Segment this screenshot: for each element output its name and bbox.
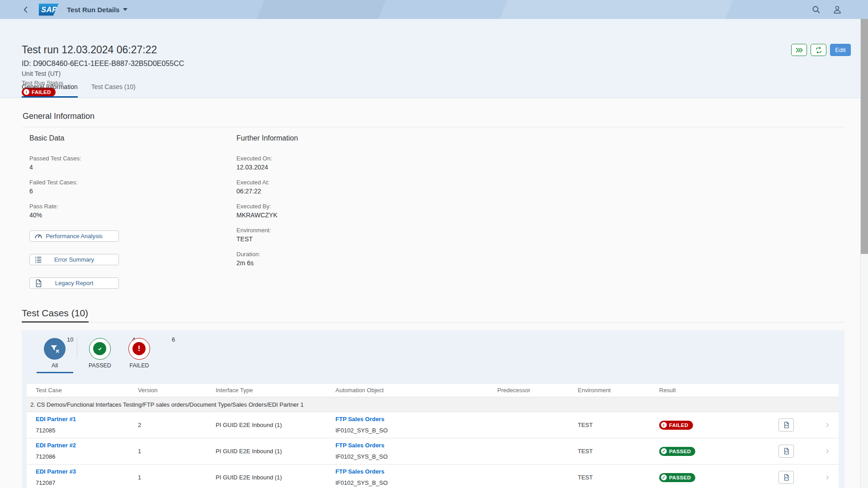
search-button[interactable] <box>810 4 821 15</box>
column-interface-type: Interface Type <box>216 384 335 397</box>
general-information-heading: General Information <box>23 112 94 121</box>
legacy-report-row-button[interactable] <box>778 418 794 432</box>
selected-filter-underline <box>37 372 73 373</box>
section-divider <box>23 127 844 127</box>
row-chevron-right-icon[interactable] <box>824 465 839 488</box>
test-run-id: ID: D90C8460-6EC1-1EEE-B887-32B5D0E055CC <box>22 60 184 68</box>
result-badge-icon: ✓ <box>661 474 667 480</box>
automation-object-link[interactable]: FTP Sales Orders <box>335 442 497 449</box>
environment-cell: TEST <box>578 465 659 488</box>
header-actions: Edit <box>791 44 851 56</box>
automation-object-link[interactable]: FTP Sales Orders <box>335 416 497 422</box>
error-summary-button[interactable]: Error Summary <box>29 254 119 265</box>
shell-bar: SAP Test Run Details <box>0 0 868 19</box>
row-chevron-right-icon[interactable] <box>824 438 839 464</box>
performance-analysis-button[interactable]: Performance Analysis <box>29 230 119 242</box>
result-badge: ✓ PASSED <box>659 473 695 482</box>
tab-general-information[interactable]: General Information <box>22 83 78 98</box>
test-case-link[interactable]: EDI Partner #3 <box>36 468 138 475</box>
field-executed-by: Executed By: MKRAWCZYK <box>236 202 298 220</box>
report-buttons: Performance Analysis Error Summary Legac… <box>29 230 119 289</box>
basic-data-title: Basic Data <box>29 134 119 142</box>
test-cases-heading: Test Cases (10) <box>22 308 88 319</box>
predecessor-cell <box>497 438 578 464</box>
tab-strip: General Information Test Cases (10) <box>22 83 136 98</box>
environment-cell: TEST <box>578 412 659 438</box>
filter-all-circle <box>44 338 66 360</box>
filter-failed-count: 6 <box>172 336 175 343</box>
version-cell: 1 <box>138 465 216 488</box>
column-version: Version <box>138 384 216 397</box>
interface-type-cell: PI GUID E2E Inbound (1) <box>216 465 335 488</box>
automation-object-id: IF0102_SYS_B_SO <box>335 453 497 460</box>
field-pass-rate: Pass Rate: 40% <box>29 202 119 220</box>
result-badge-icon: ! <box>661 422 667 428</box>
predecessor-cell <box>497 465 578 488</box>
chevron-left-icon <box>22 5 30 14</box>
test-case-id: 712086 <box>36 453 138 460</box>
section-divider <box>22 322 844 323</box>
legacy-report-row-button[interactable] <box>778 471 794 484</box>
page-title: Test run 12.03.2024 06:27:22 <box>22 44 157 56</box>
field-duration: Duration: 2m 6s <box>236 250 298 267</box>
filter-separator <box>77 338 77 358</box>
legacy-report-button[interactable]: Legacy Report <box>29 277 119 289</box>
table-group-header: 2. CS Demos/Functional Interfaces Testin… <box>27 397 839 412</box>
filter-failed-circle: ! <box>128 338 150 360</box>
field-passed-test-cases: Passed Test Cases: 4 <box>29 155 119 172</box>
filter-all-count: 10 <box>67 336 73 343</box>
table-row[interactable]: EDI Partner #3 712087 1 PI GUID E2E Inbo… <box>27 465 839 488</box>
legacy-report-row-button[interactable] <box>778 445 794 458</box>
predecessor-cell <box>497 412 578 438</box>
column-test-case: Test Case <box>36 384 138 397</box>
scrollbar-track[interactable] <box>860 19 868 488</box>
person-icon <box>832 5 842 14</box>
alert-circle-icon: ! <box>132 342 146 355</box>
result-badge-icon: ✓ <box>661 448 667 454</box>
table-row[interactable]: EDI Partner #1 712085 2 PI GUID E2E Inbo… <box>27 412 839 438</box>
test-case-id: 712087 <box>36 479 138 486</box>
test-case-link[interactable]: EDI Partner #2 <box>36 442 138 449</box>
environment-cell: TEST <box>578 438 659 464</box>
edit-button[interactable]: Edit <box>830 44 851 56</box>
icon-tab-bar: 10 All 4 PASSED 6 <box>22 330 844 382</box>
test-case-link[interactable]: EDI Partner #1 <box>36 416 138 422</box>
page-header: Test run 12.03.2024 06:27:22 ID: D90C846… <box>0 19 860 98</box>
row-chevron-right-icon[interactable] <box>824 412 839 438</box>
app-title-menu[interactable]: Test Run Details <box>67 6 127 14</box>
code-document-icon <box>783 447 790 455</box>
tab-test-cases[interactable]: Test Cases (10) <box>91 83 136 98</box>
version-cell: 2 <box>138 412 216 438</box>
gauge-icon <box>34 232 43 241</box>
refresh-button[interactable] <box>811 44 826 56</box>
filter-passed-label: PASSED <box>82 362 118 369</box>
chevron-down-icon <box>123 8 127 11</box>
table-row[interactable]: EDI Partner #2 712086 1 PI GUID E2E Inbo… <box>27 438 839 465</box>
user-menu-button[interactable] <box>831 4 843 15</box>
automation-object-link[interactable]: FTP Sales Orders <box>335 468 497 475</box>
automation-object-id: IF0102_SYS_B_SO <box>335 479 497 486</box>
code-document-icon <box>34 279 43 288</box>
result-badge: ! FAILED <box>659 421 693 430</box>
test-cases-panel: 10 All 4 PASSED 6 <box>22 330 844 488</box>
interface-type-cell: PI GUID E2E Inbound (1) <box>216 438 335 464</box>
table-header-row: Test Case Version Interface Type Automat… <box>27 383 839 397</box>
further-information-group: Further Information Executed On: 12.03.2… <box>236 134 298 274</box>
fast-forward-button[interactable] <box>791 44 807 56</box>
search-icon <box>811 5 821 14</box>
back-button[interactable] <box>20 4 32 15</box>
field-environment: Environment: TEST <box>236 226 298 244</box>
column-environment: Environment <box>578 384 659 397</box>
sap-logo: SAP <box>39 4 59 16</box>
fast-forward-icon <box>795 46 803 54</box>
field-executed-at: Executed At: 06:27:22 <box>236 178 298 196</box>
basic-data-group: Basic Data Passed Test Cases: 4 Failed T… <box>29 134 119 301</box>
filter-passed-circle <box>89 338 111 360</box>
app-screen: SAP Test Run Details Test run <box>0 0 868 488</box>
test-cases-table: Test Case Version Interface Type Automat… <box>27 383 839 488</box>
result-badge: ✓ PASSED <box>659 447 695 456</box>
app-title: Test Run Details <box>67 6 119 14</box>
field-failed-test-cases: Failed Test Cases: 6 <box>29 178 119 196</box>
code-document-icon <box>783 474 790 481</box>
scrollbar-thumb[interactable] <box>861 19 868 254</box>
